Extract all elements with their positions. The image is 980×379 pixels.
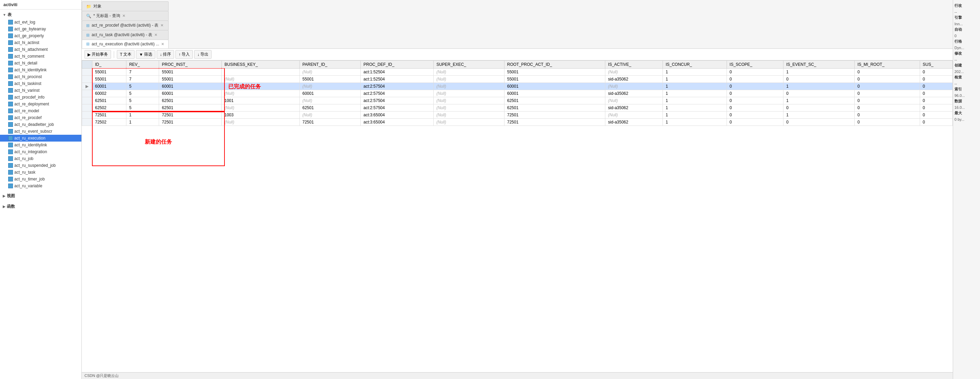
text-button[interactable]: T 文本 bbox=[117, 50, 135, 59]
table-icon bbox=[8, 102, 13, 106]
expand-icon: ▼ bbox=[3, 13, 6, 17]
sidebar-group-functions[interactable]: ▶ 函数 bbox=[0, 203, 81, 211]
cell-r6-c1: 1 bbox=[126, 112, 159, 119]
cell-r2-c10: 0 bbox=[727, 83, 783, 90]
row-num-6 bbox=[82, 112, 92, 119]
cell-r2-c7: 60001 bbox=[504, 83, 605, 90]
col-header-IS_EVENT_SC_[interactable]: IS_EVENT_SC_ bbox=[783, 61, 855, 69]
sidebar-item-label: act_re_deployment bbox=[14, 102, 49, 106]
cell-r1-c9: 1 bbox=[663, 76, 727, 83]
sidebar-item-act_ru_job[interactable]: act_ru_job bbox=[0, 155, 81, 162]
tab-close-2[interactable]: ✕ bbox=[161, 23, 164, 28]
export-button[interactable]: ↓ 导出 bbox=[194, 50, 212, 59]
sidebar-item-act_ru_variable[interactable]: act_ru_variable bbox=[0, 182, 81, 189]
sidebar-item-act_ru_identitylink[interactable]: act_ru_identitylink bbox=[0, 142, 81, 149]
right-panel-section-8: 数据 16.0... bbox=[955, 98, 978, 110]
right-panel-section-5: 创建 202... bbox=[955, 62, 978, 74]
table-row[interactable]: 62502562501(Null)62501act:2:57504(Null)6… bbox=[82, 104, 953, 112]
col-header-SUS_[interactable]: SUS_ bbox=[920, 61, 952, 69]
expand-icon-functions: ▶ bbox=[3, 205, 5, 208]
col-header-PROC_INST_[interactable]: PROC_INST_ bbox=[159, 61, 222, 69]
filter-icon: ▼ bbox=[139, 52, 143, 57]
tab-1[interactable]: 🔍 * 无标题 - 查询 ✕ bbox=[82, 11, 169, 21]
col-header-PARENT_ID_[interactable]: PARENT_ID_ bbox=[299, 61, 360, 69]
sidebar-item-act_hi_comment[interactable]: act_hi_comment bbox=[0, 53, 81, 60]
sidebar-item-label: act_ru_integration bbox=[14, 149, 47, 154]
sidebar-item-act_hi_procinst[interactable]: act_hi_procinst bbox=[0, 74, 81, 80]
table-row[interactable]: 55001755001(Null)act:1:52504(Null)55001(… bbox=[82, 69, 953, 76]
start-transaction-button[interactable]: ▶ 开始事务 bbox=[84, 50, 111, 59]
sidebar-item-act_hi_varinst[interactable]: act_hi_varinst bbox=[0, 87, 81, 94]
table-row[interactable]: 625015625011001(Null)act:2:57504(Null)62… bbox=[82, 97, 953, 104]
sidebar-item-act_ru_execution[interactable]: act_ru_execution bbox=[0, 135, 81, 142]
right-panel-section-7: 索引 96.0... bbox=[955, 86, 978, 98]
sidebar-item-act_hi_attachment[interactable]: act_hi_attachment bbox=[0, 46, 81, 53]
table-row[interactable]: 72502172501(Null)72501act:3:65004(Null)7… bbox=[82, 119, 953, 126]
cell-r1-c8: sid-a35062 bbox=[605, 76, 663, 83]
sidebar-item-act_hi_detail[interactable]: act_hi_detail bbox=[0, 60, 81, 67]
cell-r4-c2: 62501 bbox=[159, 97, 222, 104]
sidebar-group-tables-label: 表 bbox=[8, 12, 11, 18]
tab-4[interactable]: ⊞ act_ru_execution @activiti (activiti) … bbox=[82, 40, 169, 48]
table-row[interactable]: 60002560001(Null)60001act:2:57504(Null)6… bbox=[82, 90, 953, 97]
sidebar-item-act_ru_event_subscr[interactable]: act_ru_event_subscr bbox=[0, 128, 81, 135]
table-icon bbox=[8, 67, 13, 72]
sidebar-item-act_re_model[interactable]: act_re_model bbox=[0, 107, 81, 114]
sort-button[interactable]: ↓ 排序 bbox=[157, 50, 174, 59]
col-header-PROC_DEF_ID_[interactable]: PROC_DEF_ID_ bbox=[361, 61, 434, 69]
rp-value-1: Inn... bbox=[955, 21, 978, 27]
tab-2[interactable]: ⊞ act_re_procdef @activiti (activiti) - … bbox=[82, 21, 169, 30]
sidebar-group-tables[interactable]: ▼ 表 bbox=[0, 11, 81, 19]
col-header-IS_CONCUR_[interactable]: IS_CONCUR_ bbox=[663, 61, 727, 69]
right-panel-section-3: 行格 Dyn... bbox=[955, 38, 978, 51]
sidebar-item-act_ge_bytearray[interactable]: act_ge_bytearray bbox=[0, 26, 81, 32]
sidebar-item-act_ge_property[interactable]: act_ge_property bbox=[0, 32, 81, 39]
sidebar-item-label: act_ru_execution bbox=[14, 136, 45, 141]
col-header-IS_ACTIVE_[interactable]: IS_ACTIVE_ bbox=[605, 61, 663, 69]
col-header-REV_[interactable]: REV_ bbox=[126, 61, 159, 69]
table-row[interactable]: ▶60001560001(Null)act:2:57504(Null)60001… bbox=[82, 83, 953, 90]
sidebar-item-label: act_hi_identitylink bbox=[14, 67, 47, 72]
tab-close-4[interactable]: ✕ bbox=[161, 42, 164, 46]
table-icon bbox=[8, 34, 13, 38]
col-header-IS_SCOPE_[interactable]: IS_SCOPE_ bbox=[727, 61, 783, 69]
table-icon bbox=[8, 109, 13, 113]
col-header-BUSINESS_KEY_[interactable]: BUSINESS_KEY_ bbox=[221, 61, 299, 69]
sidebar-group-views[interactable]: ▶ 视图 bbox=[0, 192, 81, 200]
col-header-SUPER_EXEC_[interactable]: SUPER_EXEC_ bbox=[434, 61, 504, 69]
cell-r4-c13: 0 bbox=[920, 97, 952, 104]
sidebar-item-act_ru_deadletter_job[interactable]: act_ru_deadletter_job bbox=[0, 121, 81, 128]
filter-button[interactable]: ▼ 筛选 bbox=[136, 50, 155, 59]
tab-close-1[interactable]: ✕ bbox=[122, 14, 125, 18]
table-row[interactable]: 55001755001(Null)55001act:1:52504(Null)5… bbox=[82, 76, 953, 83]
cell-r2-c0: 60001 bbox=[92, 83, 126, 90]
cell-r6-c12: 0 bbox=[855, 112, 920, 119]
sidebar-item-act_ru_suspended_job[interactable]: act_ru_suspended_job bbox=[0, 162, 81, 169]
sidebar: activiti ▼ 表 act_evt_log act_ge_bytearra… bbox=[0, 0, 82, 379]
cell-r6-c4: (Null) bbox=[299, 112, 360, 119]
sidebar-item-act_ru_timer_job[interactable]: act_ru_timer_job bbox=[0, 176, 81, 182]
sidebar-item-act_re_deployment[interactable]: act_re_deployment bbox=[0, 101, 81, 107]
tab-3[interactable]: ⊞ act_ru_task @activiti (activiti) - 表 ✕ bbox=[82, 30, 169, 40]
import-button[interactable]: ↑ 导入 bbox=[175, 50, 193, 59]
col-header-IS_MI_ROOT_[interactable]: IS_MI_ROOT_ bbox=[855, 61, 920, 69]
cell-r6-c3: 1003 bbox=[221, 112, 299, 119]
tab-close-3[interactable]: ✕ bbox=[154, 33, 158, 37]
sidebar-item-act_hi_taskinst[interactable]: act_hi_taskinst bbox=[0, 80, 81, 87]
sidebar-item-act_re_procdef[interactable]: act_re_procdef bbox=[0, 114, 81, 121]
table-icon bbox=[8, 177, 13, 181]
tab-0[interactable]: 📁 对象 bbox=[82, 2, 169, 11]
col-header-ID_[interactable]: ID_ bbox=[92, 61, 126, 69]
table-row[interactable]: 725011725011003(Null)act:3:65004(Null)72… bbox=[82, 112, 953, 119]
cell-r2-c2: 60001 bbox=[159, 83, 222, 90]
sidebar-item-act_procdef_info[interactable]: act_procdef_info bbox=[0, 94, 81, 101]
sidebar-item-act_evt_log[interactable]: act_evt_log bbox=[0, 19, 81, 26]
row-num-5 bbox=[82, 104, 92, 112]
table-icon bbox=[8, 95, 13, 100]
col-header-ROOT_PROC_ACT_ID_[interactable]: ROOT_PROC_ACT_ID_ bbox=[504, 61, 605, 69]
sidebar-item-act_ru_task[interactable]: act_ru_task bbox=[0, 169, 81, 176]
sidebar-item-act_ru_integration[interactable]: act_ru_integration bbox=[0, 149, 81, 155]
sidebar-item-act_hi_actinst[interactable]: act_hi_actinst bbox=[0, 39, 81, 46]
sidebar-item-act_hi_identitylink[interactable]: act_hi_identitylink bbox=[0, 67, 81, 74]
cell-r1-c7: 55001 bbox=[504, 76, 605, 83]
